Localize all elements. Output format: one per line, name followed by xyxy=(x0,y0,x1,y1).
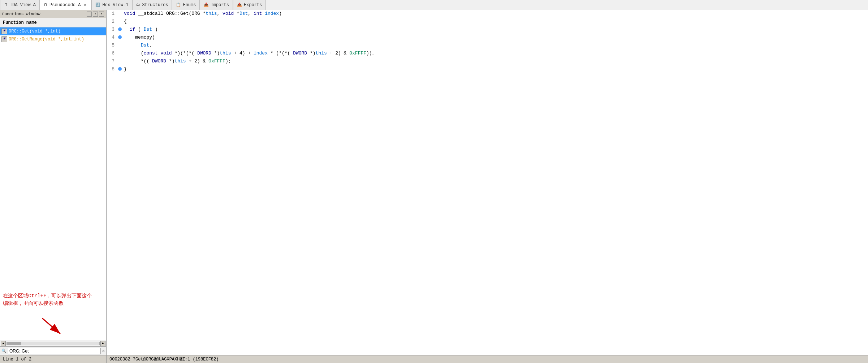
search-clear-button[interactable]: ✕ xyxy=(102,348,105,354)
code-line-7: 7 *((_DWORD *)this + 2) & 0xFFFF); xyxy=(107,58,868,66)
tab-enums-label: Enums xyxy=(183,3,196,8)
line-number-8: 8 xyxy=(107,66,117,72)
hex-view-icon: 🔢 xyxy=(95,3,100,7)
tab-exports-label: Exports xyxy=(244,3,262,8)
tab-hex-view-1[interactable]: 🔢 Hex View-1 xyxy=(91,0,132,10)
line-number-3: 3 xyxy=(107,26,117,32)
function-name-header: Function name xyxy=(3,20,37,25)
minimize-button[interactable]: _ xyxy=(87,12,92,17)
line-number-4: 4 xyxy=(107,34,117,40)
function-item-1[interactable]: f ORG::GetRange(void *,int,int) xyxy=(0,35,106,43)
structures-icon: 🗂 xyxy=(136,3,140,7)
tab-enums[interactable]: 📋 Enums xyxy=(172,0,200,10)
line-number-7: 7 xyxy=(107,58,117,64)
line-code-6: (const void *)(*(*(_DWORD *)this + 4) + … xyxy=(122,50,868,57)
tab-imports-label: Imports xyxy=(211,3,229,8)
code-line-4: 4 memcpy( xyxy=(107,34,868,42)
line-code-4: memcpy( xyxy=(122,34,868,41)
exports-icon: 📤 xyxy=(237,3,242,7)
code-status-text: 0002C382 ?Get@ORG@@UAGXPAXH@Z:1 (198ECF8… xyxy=(109,357,219,362)
imports-icon: 📥 xyxy=(204,3,209,7)
code-content[interactable]: 1 void __stdcall ORG::Get(ORG *this, voi… xyxy=(107,10,868,355)
functions-column-header: Function name xyxy=(0,18,106,27)
function-item-0[interactable]: f ORG::Get(void *,int) xyxy=(0,27,106,35)
line-code-1: void __stdcall ORG::Get(ORG *this, void … xyxy=(122,10,868,17)
tab-structures-label: Structures xyxy=(142,3,168,8)
function-icon-1: f xyxy=(1,36,7,42)
code-view: 1 void __stdcall ORG::Get(ORG *this, voi… xyxy=(107,10,868,363)
tab-ida-view-a-label: IDA View-A xyxy=(10,3,36,8)
line-code-7: *((_DWORD *)this + 2) & 0xFFFF); xyxy=(122,58,868,65)
tab-pseudocode-a-label: Pseudocode-A xyxy=(49,3,81,8)
code-line-2: 2 { xyxy=(107,18,868,26)
line-code-5: Dst, xyxy=(122,42,868,49)
line-dot-2 xyxy=(117,18,122,19)
code-status-bar: 0002C382 ?Get@ORG@@UAGXPAXH@Z:1 (198ECF8… xyxy=(107,355,868,363)
arrow-area xyxy=(0,311,106,340)
line-dot-3 xyxy=(117,26,122,31)
line-code-3: if ( Dst ) xyxy=(122,26,868,33)
function-icon-0: f xyxy=(1,29,7,34)
restore-button[interactable]: ▫ xyxy=(93,12,98,17)
tab-bar: 🗒 IDA View-A 🗒 Pseudocode-A ✕ 🔢 Hex View… xyxy=(0,0,868,10)
line-dot-6 xyxy=(117,50,122,51)
pseudocode-icon: 🗒 xyxy=(44,3,48,7)
line-code-2: { xyxy=(122,18,868,25)
h-scroll-thumb[interactable] xyxy=(7,342,21,345)
search-prefix-icon: 🔍 xyxy=(1,349,7,353)
line-number-2: 2 xyxy=(107,18,117,24)
code-line-5: 5 Dst, xyxy=(107,42,868,50)
main-layout: Functions window _ ▫ ✕ Function name f O… xyxy=(0,10,868,363)
code-line-8: 8 } xyxy=(107,66,868,74)
line-code-8: } xyxy=(122,66,868,73)
line-number-5: 5 xyxy=(107,42,117,48)
h-scroll-track[interactable] xyxy=(7,342,100,345)
line-dot-8 xyxy=(117,66,122,71)
function-name-1: ORG::GetRange(void *,int,int) xyxy=(9,37,84,42)
h-scroll-area[interactable]: ◀ ▶ xyxy=(0,340,106,346)
functions-panel: Functions window _ ▫ ✕ Function name f O… xyxy=(0,10,107,363)
line-dot-5 xyxy=(117,42,122,43)
status-bar-left: Line 1 of 2 xyxy=(0,355,106,363)
enums-icon: 📋 xyxy=(176,3,181,7)
close-button[interactable]: ✕ xyxy=(99,12,104,17)
line-dot-4 xyxy=(117,34,122,39)
tab-exports[interactable]: 📤 Exports xyxy=(233,0,266,10)
functions-title-bar: Functions window _ ▫ ✕ xyxy=(0,10,106,18)
tab-hex-view-1-label: Hex View-1 xyxy=(102,3,128,8)
annotation-area: 在这个区域Ctrl+F，可以弹出下面这个 编辑框，里面可以搜索函数 xyxy=(0,289,106,311)
search-bar: 🔍 ✕ xyxy=(0,346,106,355)
scroll-right-button[interactable]: ▶ xyxy=(100,341,105,346)
line-dot-1 xyxy=(117,10,122,12)
line-info: Line 1 of 2 xyxy=(3,357,31,362)
functions-list[interactable]: f ORG::Get(void *,int) f ORG::GetRange(v… xyxy=(0,27,106,289)
line-number-6: 6 xyxy=(107,50,117,56)
window-controls: _ ▫ ✕ xyxy=(87,12,104,17)
tab-ida-view-a[interactable]: 🗒 IDA View-A xyxy=(0,0,40,10)
code-line-3: 3 if ( Dst ) xyxy=(107,26,868,34)
code-line-1: 1 void __stdcall ORG::Get(ORG *this, voi… xyxy=(107,10,868,18)
tab-pseudocode-a-close[interactable]: ✕ xyxy=(82,3,87,8)
arrow-icon xyxy=(35,313,71,338)
scroll-left-button[interactable]: ◀ xyxy=(1,341,6,346)
line-number-1: 1 xyxy=(107,10,117,16)
tab-pseudocode-a[interactable]: 🗒 Pseudocode-A ✕ xyxy=(40,0,91,10)
tab-imports[interactable]: 📥 Imports xyxy=(200,0,233,10)
functions-window-title: Functions window xyxy=(2,12,40,16)
annotation-text: 在这个区域Ctrl+F，可以弹出下面这个 编辑框，里面可以搜索函数 xyxy=(3,293,92,306)
code-line-6: 6 (const void *)(*(*(_DWORD *)this + 4) … xyxy=(107,50,868,58)
function-name-0: ORG::Get(void *,int) xyxy=(9,29,61,34)
tab-structures[interactable]: 🗂 Structures xyxy=(132,0,172,10)
search-input[interactable] xyxy=(8,348,101,354)
svg-line-1 xyxy=(42,318,60,334)
line-dot-7 xyxy=(117,58,122,59)
ida-view-icon: 🗒 xyxy=(4,3,8,7)
